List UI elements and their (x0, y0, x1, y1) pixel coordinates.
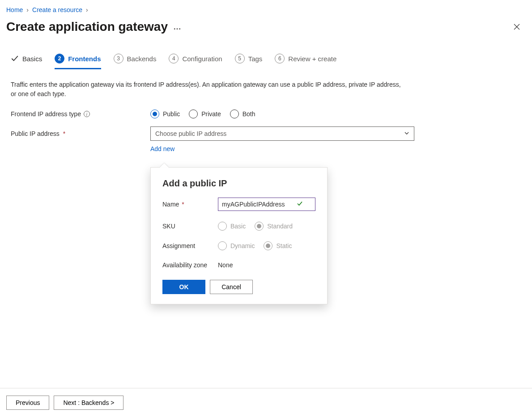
radio-icon (218, 222, 227, 231)
availability-zone-value: None (218, 261, 233, 269)
wizard-footer: Previous Next : Backends > (0, 388, 532, 417)
sku-label: SKU (162, 222, 218, 230)
required-icon: * (182, 201, 184, 208)
radio-icon (218, 241, 227, 250)
chevron-right-icon: › (86, 6, 88, 13)
radio-icon (264, 241, 272, 250)
radio-label: Basic (230, 223, 246, 230)
tab-description: Traffic enters the application gateway v… (0, 69, 412, 99)
radio-public[interactable]: Public (150, 110, 180, 118)
add-new-link[interactable]: Add new (150, 145, 174, 152)
radio-label: Standard (267, 223, 293, 230)
radio-sku-standard: Standard (255, 222, 293, 231)
radio-both[interactable]: Both (230, 110, 255, 118)
close-icon[interactable] (510, 20, 524, 34)
tab-tags[interactable]: 5 Tags (235, 54, 263, 69)
step-number-icon: 6 (275, 54, 285, 63)
required-icon: * (63, 130, 65, 137)
tab-configuration[interactable]: 4 Configuration (169, 54, 222, 69)
radio-label: Static (276, 242, 292, 249)
frontend-type-radio-group: Public Private Both (150, 110, 255, 118)
ok-button[interactable]: OK (162, 280, 205, 294)
check-icon (297, 201, 303, 208)
tab-label: Tags (248, 55, 263, 63)
radio-assignment-static: Static (264, 241, 292, 250)
form: Frontend IP address type i Public Privat… (0, 99, 532, 152)
breadcrumb-home[interactable]: Home (6, 6, 23, 13)
radio-icon (150, 110, 159, 118)
add-public-ip-popover: Add a public IP Name * SKU Basic Standar… (150, 167, 328, 304)
radio-label: Both (243, 110, 255, 118)
step-number-icon: 5 (235, 54, 245, 63)
popover-title: Add a public IP (162, 178, 315, 189)
tab-review-create[interactable]: 6 Review + create (275, 54, 336, 69)
radio-assignment-dynamic: Dynamic (218, 241, 255, 250)
step-number-icon: 3 (114, 54, 123, 63)
breadcrumb-create-resource[interactable]: Create a resource (32, 6, 82, 13)
select-placeholder: Choose public IP address (155, 130, 226, 137)
chevron-right-icon: › (26, 6, 29, 13)
step-number-icon: 2 (55, 54, 64, 63)
radio-icon (189, 110, 198, 118)
radio-label: Dynamic (230, 242, 255, 249)
frontend-type-label: Frontend IP address type (11, 110, 81, 118)
page-header: Create application gateway … (0, 17, 532, 38)
more-icon[interactable]: … (173, 22, 182, 32)
radio-icon (255, 222, 264, 231)
chevron-down-icon (404, 131, 409, 137)
radio-label: Private (201, 110, 221, 118)
tab-label: Basics (22, 55, 42, 63)
assignment-label: Assignment (162, 242, 218, 250)
step-number-icon: 4 (169, 54, 179, 63)
tab-label: Configuration (182, 55, 222, 63)
public-ip-select[interactable]: Choose public IP address (150, 126, 414, 141)
tab-label: Backends (127, 55, 157, 63)
next-button[interactable]: Next : Backends > (54, 396, 123, 410)
breadcrumb: Home › Create a resource › (0, 0, 532, 17)
tab-frontends[interactable]: 2 Frontends (55, 54, 101, 69)
radio-private[interactable]: Private (189, 110, 221, 118)
availability-zone-label: Availability zone (162, 261, 218, 269)
name-label: Name (162, 201, 179, 208)
info-icon[interactable]: i (84, 111, 90, 117)
public-ip-label: Public IP address (11, 130, 60, 137)
page-title: Create application gateway (6, 20, 168, 34)
previous-button[interactable]: Previous (6, 396, 49, 410)
tab-label: Frontends (68, 55, 101, 63)
tab-basics[interactable]: Basics (11, 55, 42, 68)
radio-label: Public (163, 110, 180, 118)
radio-icon (230, 110, 239, 118)
check-icon (11, 55, 19, 63)
tab-label: Review + create (288, 55, 336, 63)
wizard-tabs: Basics 2 Frontends 3 Backends 4 Configur… (0, 38, 532, 69)
radio-sku-basic: Basic (218, 222, 246, 231)
tab-backends[interactable]: 3 Backends (114, 54, 157, 69)
cancel-button[interactable]: Cancel (210, 280, 253, 294)
